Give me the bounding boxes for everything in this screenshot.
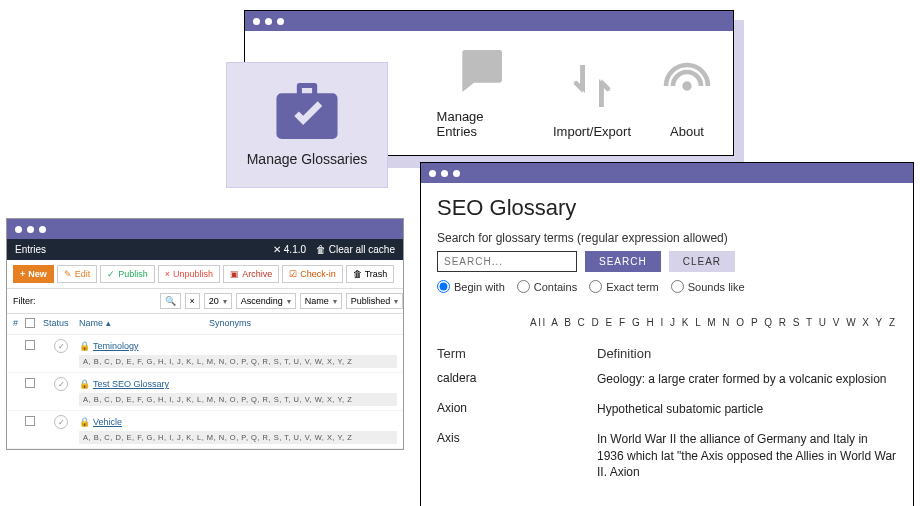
row-checkbox[interactable] — [25, 340, 35, 350]
clear-button[interactable]: CLEAR — [669, 251, 735, 272]
table-row: ✓🔒TeminologyA, B, C, D, E, F, G, H, I, J… — [7, 335, 403, 373]
term: Axion — [437, 401, 597, 417]
radio-contains[interactable]: Contains — [517, 280, 577, 293]
clear-cache-link[interactable]: 🗑 Clear all cache — [316, 244, 395, 255]
filter-label: Filter: — [13, 296, 36, 306]
version-badge: ✕ 4.1.0 — [273, 244, 306, 255]
alpha-list: A, B, C, D, E, F, G, H, I, J, K, L, M, N… — [79, 431, 397, 444]
alpha-list: A, B, C, D, E, F, G, H, I, J, K, L, M, N… — [79, 355, 397, 368]
definition-row: AxisIn World War II the alliance of Germ… — [437, 431, 897, 480]
nav-label: About — [670, 124, 704, 139]
select-all-checkbox[interactable] — [25, 318, 35, 328]
lock-icon: 🔒 — [79, 379, 90, 389]
unpublish-button[interactable]: × Unpublish — [158, 265, 220, 283]
traffic-dot[interactable] — [265, 18, 272, 25]
order-select[interactable]: Ascending▾ — [236, 293, 296, 309]
publish-button[interactable]: ✓ Publish — [100, 265, 155, 283]
nav-label: Manage Entries — [437, 109, 525, 139]
search-button[interactable]: SEARCH — [585, 251, 661, 272]
nav-label: Import/Export — [553, 124, 631, 139]
result-header: Term Definition — [437, 346, 897, 361]
lock-icon: 🔒 — [79, 341, 90, 351]
col-definition: Definition — [597, 346, 651, 361]
alpha-list: A, B, C, D, E, F, G, H, I, J, K, L, M, N… — [79, 393, 397, 406]
search-input[interactable] — [437, 251, 577, 272]
traffic-dot[interactable] — [253, 18, 260, 25]
definition: Hypothetical subatomic particle — [597, 401, 897, 417]
traffic-dot[interactable] — [453, 170, 460, 177]
glossary-window: SEO Glossary Search for glossary terms (… — [420, 162, 914, 506]
radio-exact[interactable]: Exact term — [589, 280, 659, 293]
admin-header: Entries ✕ 4.1.0 🗑 Clear all cache — [7, 239, 403, 260]
sort-select[interactable]: Name▾ — [300, 293, 342, 309]
radio-begin-with[interactable]: Begin with — [437, 280, 505, 293]
nav-import-export[interactable]: Import/Export — [553, 58, 631, 139]
traffic-dot[interactable] — [441, 170, 448, 177]
search-help: Search for glossary terms (regular expre… — [437, 231, 897, 245]
edit-button[interactable]: ✎ Edit — [57, 265, 98, 283]
status-published-icon[interactable]: ✓ — [54, 377, 68, 391]
toolbar: + New ✎ Edit ✓ Publish × Unpublish ▣ Arc… — [7, 260, 403, 289]
status-published-icon[interactable]: ✓ — [54, 339, 68, 353]
traffic-dot[interactable] — [27, 226, 34, 233]
term: caldera — [437, 371, 597, 387]
nav-label: Manage Glossaries — [247, 151, 368, 167]
window-controls — [7, 219, 403, 239]
filter-input[interactable] — [40, 294, 156, 308]
alpha-index[interactable]: All A B C D E F G H I J K L M N O P Q R … — [437, 317, 897, 328]
window-controls — [245, 11, 733, 31]
status-published-icon[interactable]: ✓ — [54, 415, 68, 429]
row-checkbox[interactable] — [25, 416, 35, 426]
archive-button[interactable]: ▣ Archive — [223, 265, 279, 283]
traffic-dot[interactable] — [15, 226, 22, 233]
briefcase-check-icon — [275, 83, 339, 139]
traffic-dot[interactable] — [39, 226, 46, 233]
page-title: SEO Glossary — [437, 195, 897, 221]
window-controls — [421, 163, 913, 183]
search-icon-btn[interactable]: 🔍 — [160, 293, 181, 309]
filter-bar: Filter: 🔍 × 20▾ Ascending▾ Name▾ Publish… — [7, 289, 403, 314]
table-header: # Status Name ▴ Synonyms — [7, 314, 403, 335]
svg-point-0 — [682, 81, 691, 90]
traffic-dot[interactable] — [277, 18, 284, 25]
transfer-icon — [564, 58, 620, 114]
row-checkbox[interactable] — [25, 378, 35, 388]
new-button[interactable]: + New — [13, 265, 54, 283]
col-name[interactable]: Name ▴ — [79, 318, 209, 330]
chat-icon — [453, 43, 509, 99]
clear-filter-btn[interactable]: × — [185, 293, 200, 309]
definition-row: AxionHypothetical subatomic particle — [437, 401, 897, 417]
col-term: Term — [437, 346, 597, 361]
match-mode-radios: Begin with Contains Exact term Sounds li… — [437, 280, 897, 293]
definition-row: calderaGeology: a large crater formed by… — [437, 371, 897, 387]
checkin-button[interactable]: ☑ Check-in — [282, 265, 343, 283]
term: Axis — [437, 431, 597, 480]
broadcast-icon — [659, 58, 715, 114]
nav-manage-entries[interactable]: Manage Entries — [437, 43, 525, 139]
traffic-dot[interactable] — [429, 170, 436, 177]
admin-window: Entries ✕ 4.1.0 🗑 Clear all cache + New … — [6, 218, 404, 450]
radio-sounds-like[interactable]: Sounds like — [671, 280, 745, 293]
pagesize-select[interactable]: 20▾ — [204, 293, 232, 309]
nav-manage-glossaries[interactable]: Manage Glossaries — [226, 62, 388, 188]
table-row: ✓🔒Test SEO GlossaryA, B, C, D, E, F, G, … — [7, 373, 403, 411]
nav-about[interactable]: About — [659, 58, 715, 139]
admin-title: Entries — [15, 244, 46, 255]
entry-link[interactable]: Vehicle — [93, 417, 122, 427]
col-num[interactable]: # — [13, 318, 25, 330]
trash-button[interactable]: 🗑 Trash — [346, 265, 395, 283]
entry-link[interactable]: Teminology — [93, 341, 139, 351]
state-select[interactable]: Published▾ — [346, 293, 404, 309]
definition: In World War II the alliance of Germany … — [597, 431, 897, 480]
table-row: ✓🔒VehicleA, B, C, D, E, F, G, H, I, J, K… — [7, 411, 403, 449]
col-synonyms[interactable]: Synonyms — [209, 318, 397, 330]
lock-icon: 🔒 — [79, 417, 90, 427]
definition: Geology: a large crater formed by a volc… — [597, 371, 897, 387]
col-status[interactable]: Status — [43, 318, 79, 330]
entry-link[interactable]: Test SEO Glossary — [93, 379, 169, 389]
